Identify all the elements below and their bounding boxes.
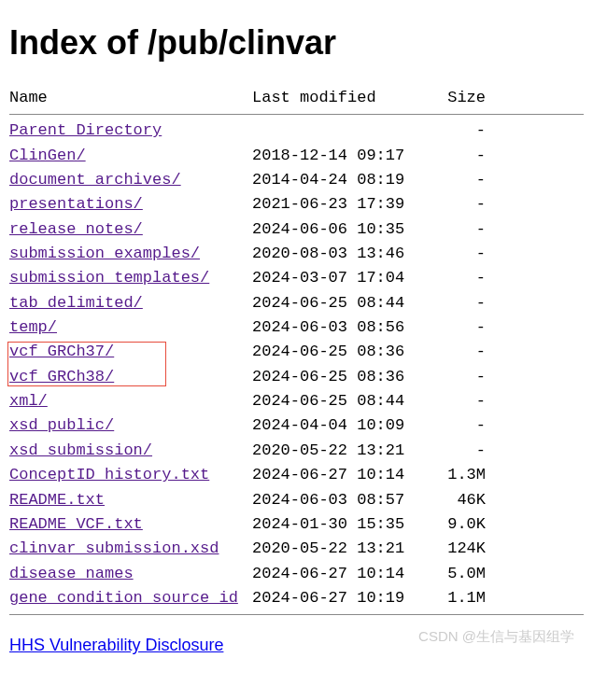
file-modified: 2024-06-03 08:57 [252,488,430,512]
file-link[interactable]: ClinGen/ [9,147,86,164]
directory-listing: NameLast modifiedSize Parent Directory-C… [9,86,584,615]
file-size: 1.3M [430,463,486,487]
file-link[interactable]: temp/ [9,318,57,336]
file-link[interactable]: Parent Directory [9,121,162,139]
file-link[interactable]: xsd_submission/ [9,441,152,459]
file-modified: 2024-06-06 10:35 [252,217,430,242]
file-modified: 2021-06-23 17:39 [252,192,430,217]
file-size: - [430,439,486,463]
file-modified: 2024-04-04 10:09 [252,413,430,438]
file-link[interactable]: release_notes/ [9,220,143,238]
list-item: submission_examples/2020-08-03 13:46- [9,242,584,266]
file-link[interactable]: xsd_public/ [9,416,114,434]
file-size: - [430,315,486,340]
file-link[interactable]: document_archives/ [9,171,181,189]
file-size: - [430,119,486,143]
file-modified: 2024-06-27 10:19 [252,586,430,610]
list-item: README_VCF.txt2024-01-30 15:359.0K [9,512,584,537]
list-item: vcf_GRCh38/2024-06-25 08:36- [9,365,584,389]
list-item: README.txt2024-06-03 08:5746K [9,488,584,512]
list-item: Parent Directory- [9,119,584,143]
file-size: - [430,340,486,364]
file-size: - [430,291,486,315]
watermark: CSDN @生信与基因组学 [418,628,574,646]
file-link[interactable]: clinvar_submission.xsd [9,539,219,557]
hhs-vulnerability-link[interactable]: HHS Vulnerability Disclosure [9,636,223,655]
list-item: release_notes/2024-06-06 10:35- [9,217,584,242]
file-size: 46K [430,488,486,512]
file-link[interactable]: vcf_GRCh37/ [9,343,114,360]
file-modified: 2024-01-30 15:35 [252,512,430,537]
list-item: submission_templates/2024-03-07 17:04- [9,266,584,290]
list-item: xsd_public/2024-04-04 10:09- [9,413,584,438]
page-title: Index of /pub/clinvar [9,23,584,63]
divider-top [9,114,584,115]
file-size: - [430,144,486,168]
file-modified: 2020-05-22 13:21 [252,537,430,561]
file-modified: 2024-06-27 10:14 [252,562,430,586]
file-size: - [430,168,486,192]
file-size: - [430,217,486,242]
file-modified: 2020-05-22 13:21 [252,439,430,463]
list-item: disease_names2024-06-27 10:145.0M [9,562,584,586]
header-name: Name [9,86,252,110]
list-item: xsd_submission/2020-05-22 13:21- [9,439,584,463]
file-link[interactable]: submission_templates/ [9,269,209,287]
file-size: - [430,413,486,438]
file-link[interactable]: tab_delimited/ [9,294,143,312]
file-link[interactable]: xml/ [9,392,48,410]
file-link[interactable]: ConceptID_history.txt [9,466,209,483]
file-modified: 2024-03-07 17:04 [252,266,430,290]
list-item: presentations/2021-06-23 17:39- [9,192,584,217]
file-link[interactable]: README_VCF.txt [9,515,143,533]
list-item: xml/2024-06-25 08:44- [9,389,584,413]
list-item: temp/2024-06-03 08:56- [9,315,584,340]
file-modified: 2024-06-27 10:14 [252,463,430,487]
file-link[interactable]: vcf_GRCh38/ [9,368,114,385]
file-link[interactable]: README.txt [9,491,105,509]
list-item: vcf_GRCh37/2024-06-25 08:36- [9,340,584,364]
file-modified: 2024-06-25 08:36 [252,340,430,364]
file-size: 1.1M [430,586,486,610]
file-link[interactable]: gene_condition_source_id [9,589,238,607]
file-size: - [430,242,486,266]
file-size: 9.0K [430,512,486,537]
list-item: document_archives/2014-04-24 08:19- [9,168,584,192]
file-size: - [430,389,486,413]
list-item: gene_condition_source_id2024-06-27 10:19… [9,586,584,610]
file-modified: 2024-06-03 08:56 [252,315,430,340]
file-size: - [430,192,486,217]
divider-bottom [9,614,584,615]
header-modified: Last modified [252,86,430,110]
file-modified: 2024-06-25 08:36 [252,365,430,389]
file-link[interactable]: disease_names [9,565,134,582]
listing-header: NameLast modifiedSize [9,86,584,110]
list-item: ClinGen/2018-12-14 09:17- [9,144,584,168]
file-link[interactable]: presentations/ [9,195,143,213]
file-link[interactable]: submission_examples/ [9,245,200,262]
file-size: - [430,266,486,290]
file-modified: 2014-04-24 08:19 [252,168,430,192]
file-modified: 2020-08-03 13:46 [252,242,430,266]
file-size: 5.0M [430,562,486,586]
list-item: ConceptID_history.txt2024-06-27 10:141.3… [9,463,584,487]
list-item: clinvar_submission.xsd2020-05-22 13:2112… [9,537,584,561]
file-modified: 2024-06-25 08:44 [252,389,430,413]
file-modified: 2018-12-14 09:17 [252,144,430,168]
file-modified: 2024-06-25 08:44 [252,291,430,315]
file-size: - [430,365,486,389]
file-size: 124K [430,537,486,561]
list-item: tab_delimited/2024-06-25 08:44- [9,291,584,315]
header-size: Size [430,86,486,110]
